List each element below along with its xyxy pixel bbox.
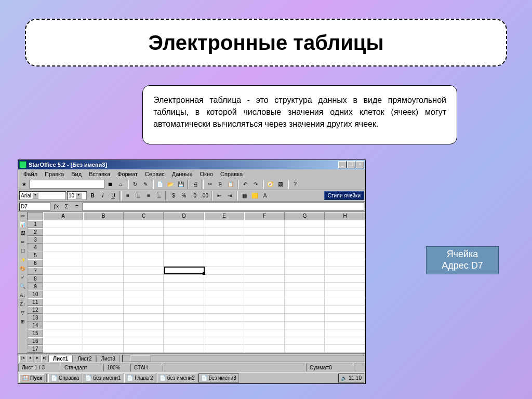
group-tool-icon[interactable]: ⊞ bbox=[19, 318, 27, 327]
horizontal-scrollbar[interactable] bbox=[122, 355, 364, 362]
help-icon[interactable]: ? bbox=[290, 180, 300, 189]
cell-A9[interactable] bbox=[43, 283, 84, 290]
cell-F11[interactable] bbox=[244, 298, 285, 306]
cell-D17[interactable] bbox=[164, 345, 204, 353]
cell-C2[interactable] bbox=[124, 228, 164, 236]
indent-inc-button[interactable]: ⇥ bbox=[225, 191, 234, 201]
cell-F12[interactable] bbox=[244, 306, 285, 314]
cell-D7[interactable] bbox=[164, 267, 204, 275]
cell-B1[interactable] bbox=[83, 220, 124, 228]
cell-C8[interactable] bbox=[124, 275, 164, 283]
edit-icon[interactable]: ✎ bbox=[141, 180, 150, 189]
sort-asc-icon[interactable]: A↓ bbox=[19, 292, 27, 300]
cell-C12[interactable] bbox=[124, 306, 164, 314]
cell-B14[interactable] bbox=[83, 322, 124, 329]
cell-A14[interactable] bbox=[43, 322, 84, 329]
url-input[interactable] bbox=[30, 180, 104, 189]
cell-G11[interactable] bbox=[285, 298, 325, 306]
menu-сервис[interactable]: Сервис bbox=[142, 170, 168, 178]
row-header-10[interactable]: 10 bbox=[28, 290, 43, 298]
column-header-D[interactable]: D bbox=[164, 212, 204, 220]
cell-F16[interactable] bbox=[244, 337, 285, 345]
menu-вставка[interactable]: Вставка bbox=[86, 170, 113, 178]
cell-A12[interactable] bbox=[43, 306, 84, 314]
close-button[interactable]: × bbox=[356, 161, 364, 168]
find-tool-icon[interactable]: 🔍 bbox=[19, 283, 27, 291]
menu-справка[interactable]: Справка bbox=[217, 170, 246, 178]
bgcolor-button[interactable]: 🟨 bbox=[250, 191, 259, 201]
column-header-C[interactable]: C bbox=[124, 212, 164, 220]
cell-A11[interactable] bbox=[43, 298, 84, 306]
cell-E15[interactable] bbox=[204, 329, 245, 337]
cell-E11[interactable] bbox=[204, 298, 245, 306]
row-header-14[interactable]: 14 bbox=[28, 322, 43, 329]
tab-next-button[interactable]: ▸ bbox=[34, 355, 41, 362]
cell-B17[interactable] bbox=[83, 345, 124, 353]
menu-правка[interactable]: Правка bbox=[42, 170, 67, 178]
scrollbar-thumb[interactable] bbox=[130, 355, 151, 362]
cell-F6[interactable] bbox=[244, 259, 285, 267]
decimal-inc-button[interactable]: .0 bbox=[190, 191, 199, 201]
italic-button[interactable]: I bbox=[98, 191, 108, 201]
cell-B13[interactable] bbox=[83, 314, 124, 322]
cell-E4[interactable] bbox=[204, 244, 245, 251]
equals-button[interactable]: = bbox=[72, 202, 82, 211]
taskbar-item-1[interactable]: 📄без имени1 bbox=[83, 374, 123, 383]
select-all-corner[interactable] bbox=[28, 212, 43, 220]
cell-D1[interactable] bbox=[164, 220, 204, 228]
cell-D4[interactable] bbox=[164, 244, 204, 251]
formula-input[interactable] bbox=[83, 203, 364, 211]
cell-G13[interactable] bbox=[285, 314, 325, 322]
autoformat-icon[interactable]: ✨ bbox=[19, 257, 27, 265]
dropdown-icon[interactable]: ▼ bbox=[75, 192, 82, 199]
cell-F13[interactable] bbox=[244, 314, 285, 322]
indent-dec-button[interactable]: ⇤ bbox=[215, 191, 224, 201]
cell-B15[interactable] bbox=[83, 329, 124, 337]
cell-G2[interactable] bbox=[285, 228, 325, 236]
cell-G9[interactable] bbox=[285, 283, 325, 290]
row-header-16[interactable]: 16 bbox=[28, 337, 43, 345]
cell-C11[interactable] bbox=[124, 298, 164, 306]
align-center-button[interactable]: ≣ bbox=[134, 191, 143, 201]
cell-C17[interactable] bbox=[124, 345, 164, 353]
cell-F5[interactable] bbox=[244, 251, 285, 259]
cell-G5[interactable] bbox=[285, 251, 325, 259]
form-tool-icon[interactable]: ☐ bbox=[19, 248, 27, 256]
cell-H16[interactable] bbox=[325, 337, 365, 345]
taskbar-item-4[interactable]: 📄без имени3 bbox=[198, 374, 239, 383]
cell-G10[interactable] bbox=[285, 290, 325, 298]
cell-C16[interactable] bbox=[124, 337, 164, 345]
cell-H1[interactable] bbox=[325, 220, 365, 228]
cell-F15[interactable] bbox=[244, 329, 285, 337]
cell-A2[interactable] bbox=[43, 228, 84, 236]
cell-F4[interactable] bbox=[244, 244, 285, 251]
print-icon[interactable]: 🖨 bbox=[191, 180, 200, 189]
column-header-A[interactable]: A bbox=[43, 212, 84, 220]
row-header-15[interactable]: 15 bbox=[28, 329, 43, 337]
row-header-12[interactable]: 12 bbox=[28, 306, 43, 314]
menu-формат[interactable]: Формат bbox=[114, 170, 141, 178]
cell-H8[interactable] bbox=[325, 275, 365, 283]
cell-B12[interactable] bbox=[83, 306, 124, 314]
menu-вид[interactable]: Вид bbox=[68, 170, 85, 178]
home-icon[interactable]: ⌂ bbox=[116, 180, 125, 189]
cell-F7[interactable] bbox=[244, 267, 285, 275]
cell-A3[interactable] bbox=[43, 236, 84, 244]
undo-icon[interactable]: ↶ bbox=[241, 180, 250, 189]
system-tray[interactable]: 🔊 11:10 bbox=[338, 374, 364, 383]
cell-A17[interactable] bbox=[43, 345, 84, 353]
font-size-combo[interactable]: 10 ▼ bbox=[67, 191, 87, 200]
row-header-13[interactable]: 13 bbox=[28, 314, 43, 322]
cell-C6[interactable] bbox=[124, 259, 164, 267]
column-header-G[interactable]: G bbox=[285, 212, 325, 220]
cell-E17[interactable] bbox=[204, 345, 245, 353]
cell-G12[interactable] bbox=[285, 306, 325, 314]
fontcolor-button[interactable]: A bbox=[260, 191, 270, 201]
cut-icon[interactable]: ✂ bbox=[205, 180, 215, 189]
tab-last-button[interactable]: ▸| bbox=[41, 355, 48, 362]
start-button[interactable]: 🪟 Пуск bbox=[19, 374, 45, 383]
open-icon[interactable]: 📂 bbox=[166, 180, 175, 189]
cell-G1[interactable] bbox=[285, 220, 325, 228]
cell-D8[interactable] bbox=[164, 275, 204, 283]
currency-button[interactable]: $ bbox=[169, 191, 178, 201]
